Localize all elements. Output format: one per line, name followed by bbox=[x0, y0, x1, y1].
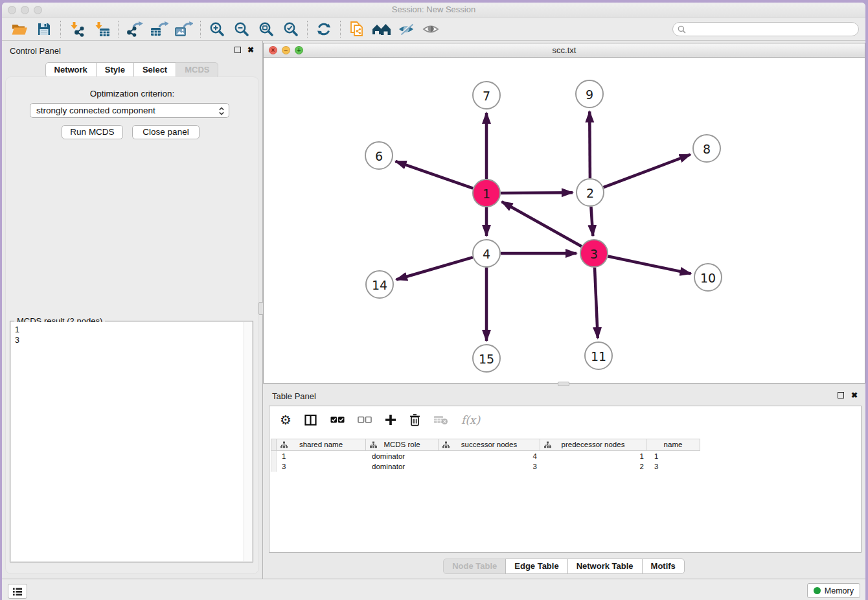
graph-node-1[interactable]: 1 bbox=[473, 179, 500, 207]
graph-edge-1-6[interactable] bbox=[396, 161, 474, 189]
column-header-successor-nodes[interactable]: successor nodes bbox=[438, 439, 540, 451]
graph-node-8[interactable]: 8 bbox=[693, 135, 720, 162]
cell-predecessor-nodes[interactable]: 1 bbox=[542, 451, 649, 461]
add-column-icon[interactable] bbox=[385, 414, 396, 426]
table-container: ⚙ bbox=[269, 406, 862, 553]
graph-node-7[interactable]: 7 bbox=[473, 82, 500, 109]
open-session-button[interactable] bbox=[7, 19, 32, 39]
optimization-criterion-select[interactable]: strongly connected component bbox=[30, 103, 229, 118]
export-network-button[interactable] bbox=[122, 19, 147, 39]
table-row[interactable]: 3dominator323 bbox=[271, 461, 860, 472]
graph-node-14[interactable]: 14 bbox=[366, 271, 393, 298]
minimize-window-button[interactable] bbox=[21, 6, 29, 14]
tab-network-table[interactable]: Network Table bbox=[567, 559, 643, 574]
import-network-button[interactable] bbox=[65, 19, 89, 39]
close-window-button[interactable] bbox=[8, 6, 16, 14]
tab-style[interactable]: Style bbox=[96, 62, 134, 78]
share-document-button[interactable] bbox=[345, 19, 369, 39]
cell-MCDS-role[interactable]: dominator bbox=[367, 451, 440, 461]
deselect-all-checkboxes-icon[interactable] bbox=[358, 416, 372, 424]
control-panel-title: Control Panel bbox=[10, 46, 61, 56]
graph-edge-4-14[interactable] bbox=[396, 257, 473, 279]
graph-edge-2-9[interactable] bbox=[589, 111, 590, 178]
graph-edge-3-11[interactable] bbox=[595, 268, 598, 338]
float-table-panel-icon[interactable] bbox=[838, 392, 844, 398]
horizontal-splitter-handle[interactable] bbox=[558, 382, 569, 386]
hide-graphics-button[interactable] bbox=[394, 19, 418, 39]
network-close-button[interactable]: × bbox=[269, 46, 277, 54]
tab-node-table[interactable]: Node Table bbox=[443, 559, 506, 574]
cell-shared-name[interactable]: 1 bbox=[277, 451, 367, 461]
network-canvas[interactable]: 7968124314101511 bbox=[264, 58, 865, 383]
delete-columns-trash-icon[interactable] bbox=[409, 413, 420, 426]
task-history-button[interactable] bbox=[8, 584, 27, 599]
tab-select[interactable]: Select bbox=[133, 62, 176, 78]
svg-text:9: 9 bbox=[586, 87, 593, 102]
network-window-titlebar[interactable]: × − + scc.txt bbox=[264, 43, 865, 58]
session-title: Session: New Session bbox=[2, 3, 865, 17]
import-table-button[interactable] bbox=[89, 19, 114, 39]
graph-node-15[interactable]: 15 bbox=[473, 345, 500, 372]
maximize-window-button[interactable] bbox=[34, 6, 42, 14]
graph-node-3[interactable]: 3 bbox=[580, 240, 608, 267]
refresh-button[interactable] bbox=[312, 19, 336, 39]
network-zoom-button[interactable]: + bbox=[295, 46, 303, 54]
save-session-button[interactable] bbox=[32, 19, 56, 39]
close-panel-icon[interactable]: ✖ bbox=[247, 45, 254, 54]
eye-slash-icon bbox=[398, 22, 415, 36]
zoom-in-button[interactable] bbox=[205, 19, 229, 39]
share-document-icon bbox=[348, 21, 365, 38]
home-icon bbox=[372, 21, 391, 37]
graph-node-9[interactable]: 9 bbox=[576, 80, 603, 108]
column-header-predecessor-nodes[interactable]: predecessor nodes bbox=[540, 439, 646, 451]
zoom-fit-button[interactable] bbox=[254, 19, 279, 39]
show-column-icon[interactable] bbox=[304, 414, 317, 426]
cell-name[interactable]: 3 bbox=[649, 461, 703, 472]
graph-edge-2-3[interactable] bbox=[591, 207, 593, 236]
close-panel-button[interactable]: Close panel bbox=[132, 125, 200, 139]
result-scrollbar[interactable] bbox=[244, 322, 252, 561]
network-minimize-button[interactable]: − bbox=[282, 46, 290, 54]
search-input[interactable] bbox=[689, 25, 858, 34]
graph-edge-1-2[interactable] bbox=[501, 192, 573, 193]
graph-node-2[interactable]: 2 bbox=[577, 179, 604, 206]
column-header-name[interactable]: name bbox=[646, 439, 700, 451]
mcds-result-area[interactable]: 1 3 bbox=[11, 322, 252, 561]
cell-successor-nodes[interactable]: 4 bbox=[440, 451, 542, 461]
cell-successor-nodes[interactable]: 3 bbox=[440, 461, 542, 472]
cell-predecessor-nodes[interactable]: 2 bbox=[542, 461, 649, 472]
show-graphics-button[interactable] bbox=[418, 19, 443, 39]
tab-mcds[interactable]: MCDS bbox=[176, 62, 218, 78]
cell-MCDS-role[interactable]: dominator bbox=[367, 461, 440, 472]
close-table-panel-icon[interactable]: ✖ bbox=[851, 391, 858, 400]
run-mcds-button[interactable]: Run MCDS bbox=[62, 125, 123, 139]
network-window-title: scc.txt bbox=[264, 43, 865, 57]
main-toolbar bbox=[2, 17, 865, 41]
float-panel-icon[interactable] bbox=[234, 47, 241, 53]
select-all-checkboxes-icon[interactable] bbox=[330, 416, 345, 424]
column-header-MCDS-role[interactable]: MCDS role bbox=[365, 439, 439, 451]
graph-node-6[interactable]: 6 bbox=[365, 142, 393, 169]
column-header-shared-name[interactable]: shared name bbox=[276, 439, 366, 451]
graph-node-10[interactable]: 10 bbox=[694, 264, 722, 291]
zoom-out-button[interactable] bbox=[229, 19, 254, 39]
tab-motifs[interactable]: Motifs bbox=[642, 559, 685, 574]
graph-edge-2-8[interactable] bbox=[604, 155, 691, 188]
export-image-button[interactable] bbox=[172, 19, 196, 39]
tab-network[interactable]: Network bbox=[45, 62, 97, 78]
tab-edge-table[interactable]: Edge Table bbox=[505, 559, 567, 574]
graph-edge-3-1[interactable] bbox=[502, 202, 582, 246]
graph-node-11[interactable]: 11 bbox=[585, 342, 612, 369]
home-button[interactable] bbox=[369, 19, 394, 39]
export-table-button[interactable] bbox=[147, 19, 172, 39]
table-options-gear-icon[interactable]: ⚙ bbox=[280, 413, 291, 426]
cell-shared-name[interactable]: 3 bbox=[277, 461, 367, 472]
mcds-panel: Optimization criterion: strongly connect… bbox=[5, 76, 259, 574]
table-row[interactable]: 1dominator411 bbox=[271, 451, 860, 461]
graph-node-4[interactable]: 4 bbox=[473, 240, 500, 267]
memory-button[interactable]: Memory bbox=[807, 583, 860, 598]
cell-name[interactable]: 1 bbox=[649, 451, 703, 461]
zoom-selected-button[interactable] bbox=[279, 19, 303, 39]
toolbar-separator bbox=[340, 21, 341, 38]
graph-edge-3-10[interactable] bbox=[608, 257, 691, 274]
